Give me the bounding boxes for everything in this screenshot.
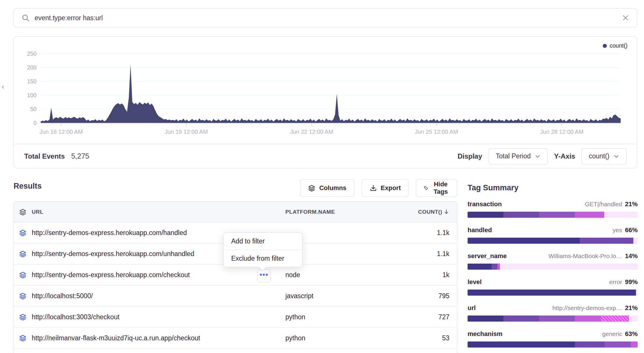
cell-actions-menu: Add to filter Exclude from filter bbox=[223, 232, 302, 267]
platform-cell[interactable]: python bbox=[285, 313, 412, 321]
svg-text:Jun 22 12:00 AM: Jun 22 12:00 AM bbox=[290, 129, 333, 135]
tag-summary-title: Tag Summary bbox=[468, 183, 638, 192]
tag-distribution-bar[interactable] bbox=[468, 316, 638, 322]
tag-bar-segment[interactable] bbox=[497, 264, 500, 270]
tag-name: handled bbox=[468, 226, 492, 234]
search-input[interactable] bbox=[35, 14, 622, 22]
tag-distribution-bar[interactable] bbox=[468, 264, 638, 270]
tag-top-value: error bbox=[609, 279, 622, 286]
count-cell[interactable]: 795 bbox=[412, 292, 457, 300]
tag-bar-segment[interactable] bbox=[468, 290, 636, 296]
tag-bar-segment[interactable] bbox=[575, 316, 601, 322]
table-row[interactable]: http://sentry-demos-express.herokuapp.co… bbox=[14, 264, 457, 286]
tag-distribution-bar[interactable] bbox=[468, 290, 638, 296]
column-header-url[interactable]: URL bbox=[32, 209, 285, 215]
cell-actions-button[interactable]: ••• bbox=[257, 269, 271, 282]
layers-icon bbox=[14, 292, 32, 300]
tag-top-value: generic bbox=[602, 331, 622, 337]
url-cell[interactable]: http://sentry-demos-express.herokuapp.co… bbox=[32, 271, 285, 279]
tag-top-value: http://sentry-demos-exp… bbox=[552, 305, 622, 311]
tag-bar-segment[interactable] bbox=[539, 316, 575, 322]
tag-name: level bbox=[468, 278, 482, 286]
tag-distribution-bar[interactable] bbox=[468, 212, 638, 218]
tag-summary-row: handledyes66% bbox=[468, 226, 638, 244]
tag-name: url bbox=[468, 304, 476, 312]
search-icon bbox=[21, 14, 30, 22]
count-cell[interactable]: 1.1k bbox=[412, 250, 457, 258]
tag-bar-segment[interactable] bbox=[468, 264, 492, 270]
tag-bar-segment[interactable] bbox=[580, 238, 633, 244]
svg-text:Jun 19 12:00 AM: Jun 19 12:00 AM bbox=[165, 129, 208, 135]
layers-icon bbox=[308, 184, 315, 192]
tag-summary-row: server_nameWilliams-MacBook-Pro.lo…14% bbox=[468, 252, 638, 270]
layers-icon[interactable] bbox=[14, 208, 32, 216]
download-icon bbox=[370, 184, 377, 192]
layers-icon bbox=[14, 313, 32, 321]
results-toolbar: Columns Export Hide Tags bbox=[304, 179, 457, 197]
layers-icon bbox=[14, 229, 32, 236]
table-row[interactable]: http://neilmanvar-flask-m3uuizd7iq-uc.a.… bbox=[14, 328, 457, 349]
export-button[interactable]: Export bbox=[362, 179, 409, 197]
menu-item-add-to-filter[interactable]: Add to filter bbox=[224, 233, 302, 250]
table-row[interactable]: http://localhost:5000/javascript795 bbox=[14, 286, 457, 307]
svg-text:250: 250 bbox=[27, 50, 37, 57]
svg-text:100: 100 bbox=[27, 92, 37, 98]
tag-bar-segment[interactable] bbox=[605, 341, 631, 348]
search-bar[interactable] bbox=[14, 8, 637, 27]
url-cell[interactable]: http://localhost:5000/ bbox=[32, 292, 285, 300]
tag-top-value: GET|/handled bbox=[585, 201, 622, 208]
clear-search-icon[interactable] bbox=[622, 14, 629, 22]
column-header-count[interactable]: COUNT() bbox=[412, 209, 457, 215]
tag-bar-segment[interactable] bbox=[503, 316, 539, 322]
count-cell[interactable]: 53 bbox=[412, 334, 457, 342]
total-events-label: Total Events bbox=[24, 152, 65, 160]
tag-bar-segment[interactable] bbox=[601, 316, 629, 322]
display-select[interactable]: Total Period bbox=[489, 148, 548, 164]
platform-cell[interactable]: javascript bbox=[285, 292, 412, 300]
tag-bar-segment[interactable] bbox=[468, 212, 503, 218]
layers-icon bbox=[14, 250, 32, 258]
svg-text:150: 150 bbox=[27, 78, 37, 85]
columns-button[interactable]: Columns bbox=[300, 179, 354, 197]
url-cell[interactable]: http://localhost:3003/checkout bbox=[32, 313, 285, 321]
display-label: Display bbox=[457, 152, 482, 160]
events-chart-panel: count() 050100150200250Jun 16 12:00 AMJu… bbox=[14, 36, 637, 168]
events-area-chart[interactable]: 050100150200250Jun 16 12:00 AMJun 19 12:… bbox=[14, 37, 637, 144]
svg-text:Jun 28 12:00 AM: Jun 28 12:00 AM bbox=[540, 129, 583, 135]
svg-text:0: 0 bbox=[33, 120, 37, 126]
platform-cell[interactable]: node bbox=[285, 271, 412, 279]
tag-name: mechanism bbox=[468, 330, 502, 338]
tag-bar-segment[interactable] bbox=[492, 264, 498, 270]
chevron-down-icon bbox=[535, 153, 541, 159]
platform-cell[interactable]: python bbox=[285, 334, 412, 342]
tag-bar-segment[interactable] bbox=[503, 212, 539, 218]
count-cell[interactable]: 1k bbox=[412, 271, 457, 279]
panel-collapse-icon[interactable]: ‹ bbox=[2, 82, 9, 91]
tag-top-percent: 66% bbox=[625, 226, 638, 234]
sort-desc-icon bbox=[443, 209, 449, 215]
column-header-platform[interactable]: PLATFORM.NAME bbox=[285, 209, 412, 215]
tag-summary-row: urlhttp://sentry-demos-exp…21% bbox=[468, 304, 638, 322]
tag-distribution-bar[interactable] bbox=[468, 341, 638, 348]
tag-bar-segment[interactable] bbox=[603, 212, 605, 218]
tag-top-percent: 99% bbox=[625, 278, 638, 286]
tag-name: server_name bbox=[468, 252, 507, 260]
hide-tags-button[interactable]: Hide Tags bbox=[416, 179, 457, 197]
svg-text:50: 50 bbox=[30, 106, 37, 112]
tag-bar-segment[interactable] bbox=[575, 341, 605, 348]
tag-bar-segment[interactable] bbox=[468, 238, 580, 244]
tag-top-percent: 14% bbox=[625, 252, 638, 260]
tag-summary-panel: Tag Summary transactionGET|/handled21%ha… bbox=[468, 183, 638, 353]
y-axis-select[interactable]: count() bbox=[581, 148, 626, 164]
url-cell[interactable]: http://neilmanvar-flask-m3uuizd7iq-uc.a.… bbox=[32, 334, 285, 342]
tag-summary-row: transactionGET|/handled21% bbox=[468, 200, 638, 218]
count-cell[interactable]: 1.1k bbox=[412, 229, 457, 237]
tag-bar-segment[interactable] bbox=[631, 341, 638, 348]
tag-distribution-bar[interactable] bbox=[468, 238, 638, 244]
tag-bar-segment[interactable] bbox=[468, 316, 503, 322]
tag-bar-segment[interactable] bbox=[575, 212, 603, 218]
count-cell[interactable]: 727 bbox=[412, 313, 457, 321]
tag-bar-segment[interactable] bbox=[539, 212, 575, 218]
table-row[interactable]: http://localhost:3003/checkoutpython727 bbox=[14, 307, 457, 328]
tag-bar-segment[interactable] bbox=[468, 341, 575, 348]
